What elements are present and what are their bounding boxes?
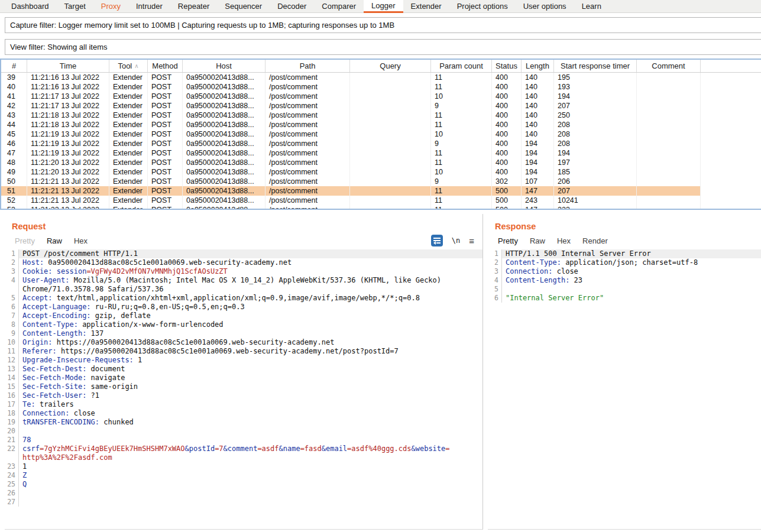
table-row[interactable]: 5311:21:22 13 Jul 2022ExtenderPOST0a9500… — [1, 205, 701, 210]
tab-logger[interactable]: Logger — [364, 0, 403, 13]
table-row[interactable]: 4511:21:19 13 Jul 2022ExtenderPOST0a9500… — [1, 129, 701, 139]
cell: 400 — [492, 92, 522, 101]
line-number: 18 — [5, 409, 19, 418]
tab-project-options[interactable]: Project options — [449, 0, 516, 12]
line-number: 5 — [5, 294, 19, 303]
cell — [637, 148, 701, 158]
column-header-param-count[interactable]: Param count — [431, 60, 492, 72]
tab-decoder[interactable]: Decoder — [270, 0, 314, 12]
response-tab-render[interactable]: Render — [581, 233, 610, 249]
cell — [350, 158, 431, 167]
capture-filter-text: Capture filter: Logger memory limit set … — [10, 21, 394, 30]
cell — [350, 148, 431, 158]
cell: 400 — [492, 111, 522, 120]
column-header-status[interactable]: Status — [492, 60, 522, 72]
column-header-time[interactable]: Time — [27, 60, 109, 72]
cell: Extender — [109, 205, 148, 210]
table-row[interactable]: 4411:21:18 13 Jul 2022ExtenderPOST0a9500… — [1, 120, 701, 129]
cell: 207 — [554, 186, 637, 196]
cell: 185 — [554, 167, 637, 177]
tab-extender[interactable]: Extender — [403, 0, 449, 12]
cell: 107 — [522, 177, 554, 186]
tab-comparer[interactable]: Comparer — [314, 0, 364, 12]
tab-proxy[interactable]: Proxy — [93, 0, 128, 12]
cell: 243 — [522, 196, 554, 205]
view-filter-bar[interactable]: View filter: Showing all items — [5, 39, 761, 55]
tab-intruder[interactable]: Intruder — [128, 0, 170, 12]
cell: 194 — [554, 92, 637, 101]
column-header-query[interactable]: Query — [350, 60, 431, 72]
line-number: 6 — [5, 303, 19, 312]
column-header-method[interactable]: Method — [148, 60, 183, 72]
response-editor[interactable]: 1HTTP/1.1 500 Internal Server Error2Cont… — [488, 249, 761, 528]
line-number: 22 — [5, 445, 19, 453]
line-number: 3 — [5, 267, 19, 276]
column-header-path[interactable]: Path — [265, 60, 350, 72]
line-content: Content-Type: application/x-www-form-url… — [19, 320, 482, 329]
request-editor[interactable]: 1POST /post/comment HTTP/1.12Host: 0a950… — [5, 249, 482, 528]
cell: 43 — [1, 111, 27, 120]
table-row[interactable]: 4311:21:18 13 Jul 2022ExtenderPOST0a9500… — [1, 111, 701, 120]
response-tab-pretty[interactable]: Pretty — [496, 233, 520, 251]
table-row[interactable]: 4011:21:16 13 Jul 2022ExtenderPOST0a9500… — [1, 82, 701, 92]
tab-repeater[interactable]: Repeater — [170, 0, 217, 12]
table-row[interactable]: 5011:21:21 13 Jul 2022ExtenderPOST0a9500… — [1, 177, 701, 186]
line-content: Upgrade-Insecure-Requests: 1 — [19, 356, 482, 365]
table-row[interactable]: 4711:21:19 13 Jul 2022ExtenderPOST0a9500… — [1, 148, 701, 158]
line-number: 19 — [5, 418, 19, 427]
table-row[interactable]: 4811:21:20 13 Jul 2022ExtenderPOST0a9500… — [1, 158, 701, 167]
cell: POST — [148, 73, 183, 82]
editor-menu-icon[interactable]: ≡ — [469, 236, 474, 245]
editor-line: 18Connection: close — [5, 409, 482, 418]
table-row[interactable]: 5111:21:21 13 Jul 2022ExtenderPOST0a9500… — [1, 186, 701, 196]
column-header--[interactable]: # — [1, 60, 27, 72]
cell — [637, 186, 701, 196]
newline-toggle-icon[interactable]: \n — [452, 236, 460, 245]
column-header-length[interactable]: Length — [522, 60, 554, 72]
editor-line: 25Q — [5, 480, 482, 489]
cell: 140 — [522, 101, 554, 111]
column-header-tool[interactable]: Tool∧ — [109, 60, 148, 72]
table-row[interactable]: 4111:21:17 13 Jul 2022ExtenderPOST0a9500… — [1, 92, 701, 101]
line-number: 23 — [5, 462, 19, 471]
tab-learn[interactable]: Learn — [574, 0, 609, 12]
cell: 0a9500020413d88... — [183, 111, 265, 120]
tab-sequencer[interactable]: Sequencer — [217, 0, 270, 12]
line-number: 4 — [488, 276, 502, 285]
tab-dashboard[interactable]: Dashboard — [4, 0, 57, 12]
tab-user-options[interactable]: User options — [516, 0, 574, 12]
column-header-host[interactable]: Host — [183, 60, 265, 72]
request-tab-pretty[interactable]: Pretty — [13, 233, 37, 249]
table-row[interactable]: 4911:21:20 13 Jul 2022ExtenderPOST0a9500… — [1, 167, 701, 177]
capture-filter-bar[interactable]: Capture filter: Logger memory limit set … — [5, 17, 761, 33]
cell: POST — [148, 111, 183, 120]
cell: POST — [148, 82, 183, 92]
request-tab-raw[interactable]: Raw — [45, 233, 64, 251]
cell — [350, 82, 431, 92]
response-tab-raw[interactable]: Raw — [528, 233, 547, 249]
line-content: tRANSFER-ENCODING: chunked — [19, 418, 482, 427]
cell: 500 — [492, 186, 522, 196]
pretty-print-icon[interactable] — [431, 235, 443, 246]
line-number: 10 — [5, 338, 19, 347]
table-row[interactable]: 5211:21:21 13 Jul 2022ExtenderPOST0a9500… — [1, 196, 701, 205]
response-tab-hex[interactable]: Hex — [555, 233, 572, 249]
editor-line: 2Content-Type: application/json; charset… — [488, 258, 761, 267]
cell: 193 — [554, 82, 637, 92]
cell: 40 — [1, 82, 27, 92]
request-panel: Request PrettyRawHex \n ≡ 1POST /post/co… — [5, 214, 483, 530]
cell — [637, 139, 701, 148]
line-content: Sec-Fetch-User: ?1 — [19, 391, 482, 400]
table-row[interactable]: 3911:21:16 13 Jul 2022ExtenderPOST0a9500… — [1, 73, 701, 82]
editor-line: Chrome/71.0.3578.98 Safari/537.36 — [5, 285, 482, 294]
cell — [637, 120, 701, 129]
tab-target[interactable]: Target — [57, 0, 93, 12]
column-header-comment[interactable]: Comment — [637, 60, 701, 72]
cell: 44 — [1, 120, 27, 129]
column-header-start-response-timer[interactable]: Start response timer — [554, 60, 637, 72]
line-content: Content-Type: application/json; charset=… — [502, 258, 761, 267]
table-row[interactable]: 4211:21:17 13 Jul 2022ExtenderPOST0a9500… — [1, 101, 701, 111]
cell: /post/comment — [265, 205, 350, 210]
table-row[interactable]: 4611:21:19 13 Jul 2022ExtenderPOST0a9500… — [1, 139, 701, 148]
request-tab-hex[interactable]: Hex — [72, 233, 89, 249]
